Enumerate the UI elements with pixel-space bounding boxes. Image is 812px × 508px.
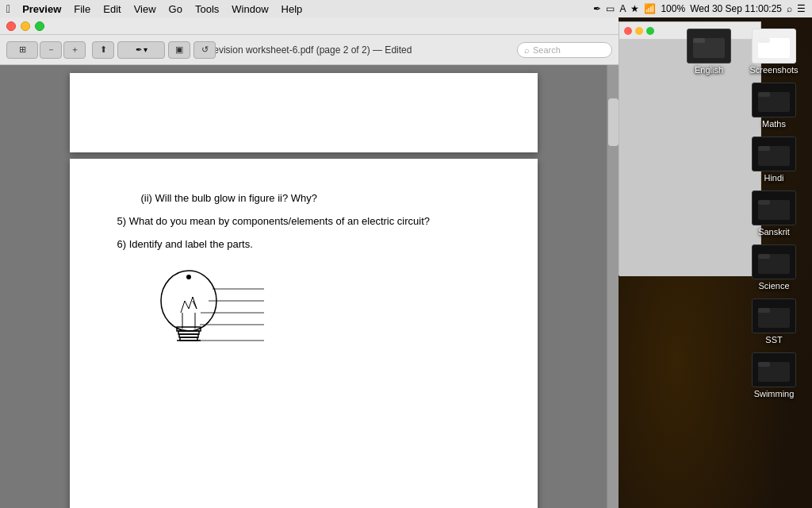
view-mode-buttons: ⊞ － ＋ [6, 41, 86, 59]
menu-window[interactable]: Window [226, 0, 274, 17]
folder-swimming-label: Swimming [754, 389, 795, 398]
menu-file[interactable]: File [68, 0, 96, 17]
menu-go[interactable]: Go [163, 0, 188, 17]
list-icon[interactable]: ☰ [797, 3, 806, 14]
folder-english-label: English [695, 65, 723, 75]
folder-sanskrit[interactable]: Sanskrit [742, 187, 806, 240]
pen-tool-button[interactable]: ✒ ▾ [117, 41, 165, 59]
svg-rect-18 [758, 38, 770, 43]
lightbulb-svg [133, 265, 292, 360]
desktop-panel: English Screenshots [619, 17, 812, 508]
pen-icon: ✒ [593, 3, 601, 14]
svg-rect-20 [758, 92, 770, 97]
airplay-icon: ▭ [606, 3, 615, 14]
folder-swimming-svg [758, 358, 790, 382]
minimize-button[interactable] [21, 21, 30, 31]
window-titlebar [0, 17, 619, 35]
folder-science[interactable]: Science [742, 241, 806, 294]
preview-window: ⊞ － ＋ ⬆ ✒ ▾ ▣ ↺ Revision worksheet-6.pdf… [0, 17, 619, 508]
folder-sanskrit-svg [758, 196, 790, 220]
folder-sanskrit-label: Sanskrit [758, 227, 790, 237]
folder-science-label: Science [758, 281, 789, 291]
menu-tools[interactable]: Tools [190, 0, 224, 17]
keyboard-icon: A [619, 3, 626, 14]
battery-indicator: 100% [661, 3, 685, 14]
rotate-button[interactable]: ↺ [193, 41, 216, 59]
bulb-diagram [133, 265, 490, 360]
folder-icon-svg [693, 34, 725, 58]
folder-sst[interactable]: SST [742, 295, 806, 348]
search-placeholder: Search [533, 45, 561, 55]
pen-chevron: ▾ [144, 45, 147, 54]
pdf-scroll-area: (ii) Will the bulb glow in figure ii? Wh… [0, 65, 619, 508]
folder-english[interactable]: English [677, 25, 741, 78]
search-icon-field: ⌕ [524, 45, 530, 55]
pdf-scrollbar[interactable] [607, 65, 619, 508]
folder-hindi[interactable]: Hindi [742, 133, 806, 186]
zoom-out-button[interactable]: － [40, 41, 62, 59]
folder-maths-svg [758, 88, 790, 112]
pdf-page-main: (ii) Will the bulb glow in figure ii? Wh… [70, 159, 538, 508]
folder-screenshots-label: Screenshots [749, 65, 798, 75]
menu-app[interactable]: Preview [17, 0, 67, 17]
svg-rect-22 [758, 146, 770, 151]
single-page-button[interactable]: ⊞ [6, 41, 38, 59]
svg-rect-24 [758, 200, 770, 205]
toolbar-search-area: ⌕ Search [517, 42, 619, 58]
svg-rect-30 [758, 362, 770, 367]
right-panel-content: English Screenshots [619, 21, 812, 504]
svg-point-0 [161, 271, 216, 331]
folder-hindi-label: Hindi [764, 173, 783, 183]
pdf-page-top [70, 73, 538, 152]
menu-edit[interactable]: Edit [98, 0, 126, 17]
question-6: 6) Identify and label the parts. [117, 237, 490, 253]
zoom-in-button[interactable]: ＋ [63, 41, 86, 59]
menu-help[interactable]: Help [276, 0, 308, 17]
traffic-lights [0, 21, 51, 31]
desktop-icons-container: English Screenshots [619, 25, 812, 402]
folder-science-svg [758, 250, 790, 274]
icon-row-1: English Screenshots [677, 25, 806, 78]
svg-rect-28 [758, 308, 770, 313]
share-button[interactable]: ⬆ [92, 41, 114, 59]
search-field[interactable]: ⌕ Search [517, 42, 612, 58]
toolbar: ⊞ － ＋ ⬆ ✒ ▾ ▣ ↺ Revision worksheet-6.pdf… [0, 35, 619, 65]
bluetooth-icon: ★ [630, 3, 639, 14]
close-button[interactable] [6, 21, 16, 31]
folder-swimming[interactable]: Swimming [742, 349, 806, 402]
wifi-icon: 📶 [644, 3, 656, 14]
menubar-right-section: ✒ ▭ A ★ 📶 100% Wed 30 Sep 11:00:25 ⌕ ☰ [593, 3, 806, 14]
question-ii: (ii) Will the bulb glow in figure ii? Wh… [141, 190, 490, 207]
apple-menu[interactable]:  [6, 2, 10, 15]
datetime: Wed 30 Sep 11:00:25 [690, 3, 782, 14]
pdf-content[interactable]: (ii) Will the bulb glow in figure ii? Wh… [0, 65, 607, 508]
svg-rect-26 [758, 254, 770, 259]
question-5: 5) What do you mean by components/elemen… [117, 214, 490, 230]
main-layout: ⊞ － ＋ ⬆ ✒ ▾ ▣ ↺ Revision worksheet-6.pdf… [0, 17, 812, 508]
redact-button[interactable]: ▣ [168, 41, 190, 59]
search-icon[interactable]: ⌕ [787, 3, 792, 14]
folder-hindi-svg [758, 142, 790, 166]
folder-maths[interactable]: Maths [742, 79, 806, 132]
folder-sst-svg [758, 304, 790, 328]
menubar:  Preview File Edit View Go Tools Window… [0, 0, 812, 17]
svg-rect-16 [693, 38, 705, 43]
menu-view[interactable]: View [128, 0, 162, 17]
pen-icon-toolbar: ✒ [136, 45, 142, 54]
folder-screenshots[interactable]: Screenshots [742, 25, 806, 78]
fullscreen-button[interactable] [35, 21, 44, 31]
folder-screenshots-svg [758, 34, 790, 58]
folder-sst-label: SST [765, 335, 782, 344]
pdf-scrollbar-thumb[interactable] [608, 98, 619, 146]
folder-maths-label: Maths [762, 119, 786, 129]
